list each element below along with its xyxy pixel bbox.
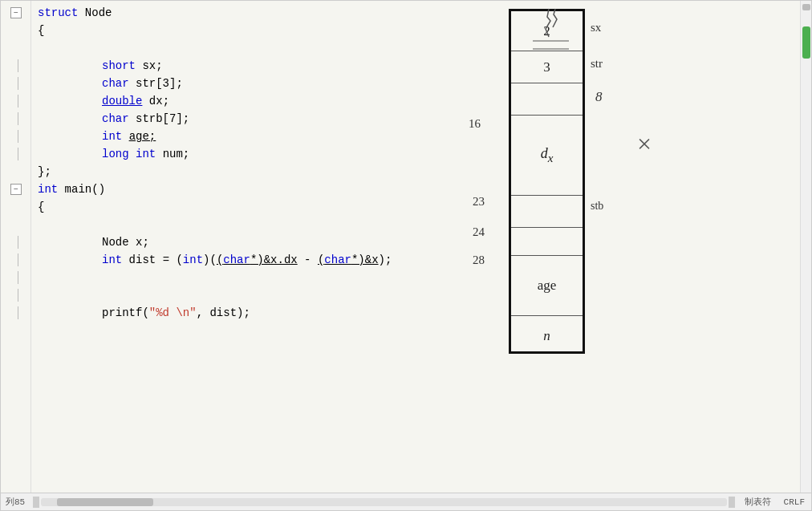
code-line-8: int age; (38, 128, 794, 145)
code-line-18: printf( "%d \n" , dist); (38, 304, 794, 322)
gutter-row-13 (1, 216, 30, 233)
code-text (129, 145, 136, 163)
code-line-10: }; (38, 163, 794, 180)
code-text: , dist); (197, 304, 250, 322)
scroll-right-arrow[interactable] (729, 497, 735, 508)
gutter-row-4 (1, 57, 30, 75)
line-gutter: − − (1, 1, 31, 493)
editor-container: − − (0, 0, 812, 511)
keyword-double: double (102, 92, 142, 110)
status-crlf: CRLF (784, 497, 805, 507)
keyword-int-cast: int (183, 251, 203, 269)
code-text: }; (38, 163, 51, 180)
code-line-5: char str[3]; (38, 75, 794, 92)
code-text: ); (379, 251, 392, 269)
status-position: 列85 (6, 496, 25, 508)
code-line-7: char strb[7]; (38, 110, 794, 128)
scroll-h-track[interactable] (41, 498, 726, 506)
collapse-struct-icon[interactable]: − (10, 7, 22, 18)
gutter-row-1[interactable]: − (1, 4, 30, 22)
code-age: age; (129, 128, 156, 145)
mem-val-n: n (543, 328, 550, 344)
statusbar-right: 制表符 CRLF (738, 493, 811, 510)
keyword-struct: struct (38, 4, 78, 22)
code-text: main() (58, 180, 105, 198)
code-text: dx; (142, 92, 169, 110)
collapse-main-icon[interactable]: − (10, 184, 22, 195)
gutter-row-6 (1, 92, 30, 110)
code-text: { (38, 198, 44, 216)
gutter-row-2 (1, 22, 30, 39)
gutter-row-14 (1, 233, 30, 251)
code-line-1: struct Node (38, 4, 794, 22)
vertical-scrollbar[interactable] (800, 1, 811, 493)
code-line-13 (38, 216, 794, 233)
code-line-12: { (38, 198, 794, 216)
code-node-x: Node x; (102, 233, 149, 251)
gutter-row-12 (1, 198, 30, 216)
keyword-short: short (102, 57, 136, 75)
code-line-14: Node x; (38, 233, 794, 251)
keyword-long: long (102, 145, 129, 163)
keyword-int-main: int (38, 180, 58, 198)
code-text: dist = ( (122, 251, 183, 269)
mem-cell-n: n (511, 316, 583, 356)
gutter-row-11[interactable]: − (1, 180, 30, 198)
keyword-char2: char (102, 110, 129, 128)
gutter-row-15 (1, 251, 30, 269)
scroll-h-thumb[interactable] (57, 498, 153, 506)
code-text: - (298, 251, 318, 269)
code-text: )( (203, 251, 217, 269)
code-text: num; (156, 145, 189, 163)
gutter-row-5 (1, 75, 30, 92)
gutter-row-16 (1, 269, 30, 286)
code-text: { (38, 22, 44, 39)
code-line-16 (38, 269, 794, 286)
scroll-thumb[interactable] (802, 26, 810, 59)
code-text: Node (78, 4, 112, 22)
gutter-row-10 (1, 163, 30, 180)
code-cast1: (char*)&x.dx (217, 251, 298, 269)
status-tab: 制表符 (745, 496, 771, 508)
gutter-row-7 (1, 110, 30, 128)
code-line-9: long int num; (38, 145, 794, 163)
code-cast2: (char*)&x (318, 251, 379, 269)
keyword-char: char (102, 75, 129, 92)
statusbar-left: 列85 (1, 493, 30, 510)
scroll-up-arrow[interactable] (802, 4, 810, 10)
code-text: str[3]; (129, 75, 183, 92)
scrollbar-h-container[interactable] (30, 493, 737, 510)
gutter-row-17 (1, 286, 30, 304)
gutter-row-9 (1, 145, 30, 163)
code-format-string: "%d \n" (149, 304, 197, 322)
code-line-17 (38, 286, 794, 304)
editor-main: − − (1, 1, 811, 493)
code-area[interactable]: struct Node { short sx; char str[3]; (31, 1, 800, 493)
bottom-bar: 列85 制表符 CRLF (1, 493, 811, 510)
gutter-row-3 (1, 39, 30, 57)
code-text (122, 128, 128, 145)
scroll-left-arrow[interactable] (33, 497, 39, 508)
gutter-row-8 (1, 128, 30, 145)
code-printf: printf( (102, 304, 149, 322)
code-line-15: int dist = ( int )( (char*)&x.dx - (char… (38, 251, 794, 269)
code-text: sx; (136, 57, 163, 75)
keyword-int-dist: int (102, 251, 122, 269)
code-line-11: int main() (38, 180, 794, 198)
code-line-2: { (38, 22, 794, 39)
keyword-int: int (102, 128, 122, 145)
gutter-row-18 (1, 304, 30, 322)
code-line-4: short sx; (38, 57, 794, 75)
keyword-int2: int (136, 145, 156, 163)
code-line-3 (38, 39, 794, 57)
code-line-6: double dx; (38, 92, 794, 110)
code-text: strb[7]; (129, 110, 190, 128)
